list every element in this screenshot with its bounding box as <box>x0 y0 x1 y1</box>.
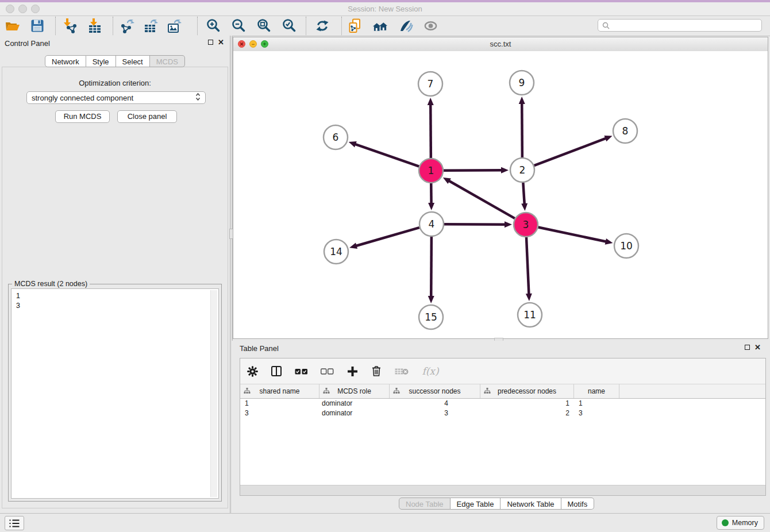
window-titlebar: Session: New Session <box>0 2 770 16</box>
mcds-result-area[interactable]: 1 3 <box>11 288 219 499</box>
export-image-button[interactable] <box>167 18 182 34</box>
zoom-fit-button[interactable] <box>256 18 271 34</box>
mcds-result-groupbox: MCDS result (2 nodes) 1 3 <box>8 284 222 502</box>
table-panel-header: Table Panel ✕ <box>232 341 770 356</box>
graph-edge-4-15[interactable] <box>431 237 432 297</box>
column-header-successor-nodes[interactable]: successor nodes <box>390 384 480 398</box>
network-window-titlebar: ✕ − + scc.txt <box>233 37 768 52</box>
run-mcds-button[interactable]: Run MCDS <box>55 110 110 123</box>
graph-edge-arrow <box>428 203 434 210</box>
column-header-predecessor-nodes[interactable]: predecessor nodes <box>480 384 574 398</box>
close-table-panel-button[interactable]: ✕ <box>754 344 761 350</box>
import-network-button[interactable] <box>62 18 78 34</box>
tab-motifs[interactable]: Motifs <box>561 498 595 510</box>
close-panel-button-mcds[interactable]: Close panel <box>117 110 177 123</box>
table-row[interactable]: 3dominator323 <box>240 408 765 418</box>
show-columns-button[interactable] <box>270 365 283 377</box>
search-field[interactable] <box>598 19 762 32</box>
table-hscrollbar[interactable] <box>240 485 765 495</box>
table-cell[interactable]: 4 <box>390 399 480 408</box>
refresh-icon <box>315 18 330 33</box>
graph-edge-2-8[interactable] <box>534 138 607 165</box>
column-header-name[interactable]: name <box>574 384 619 398</box>
graph-edge-2-9[interactable] <box>522 103 522 157</box>
task-history-button[interactable] <box>5 516 24 530</box>
network-canvas[interactable]: 7968124314101511 <box>233 51 768 338</box>
graph-edge-1-2[interactable] <box>444 170 502 171</box>
home-icon <box>372 18 388 33</box>
graph-edge-1-6[interactable] <box>355 144 419 167</box>
mcds-result-title: MCDS result (2 nodes) <box>12 280 90 288</box>
graph-node-label: 7 <box>428 78 434 90</box>
copy-network-icon <box>348 18 363 33</box>
tab-select[interactable]: Select <box>116 55 150 67</box>
graph-edge-arrow <box>505 221 512 228</box>
add-row-button[interactable] <box>346 365 359 377</box>
table-cell[interactable]: 3 <box>574 408 619 418</box>
graph-edge-4-3[interactable] <box>444 224 506 225</box>
search-input[interactable] <box>613 21 761 30</box>
graph-node-label: 1 <box>428 165 434 176</box>
zoom-selected-button[interactable] <box>281 18 297 34</box>
result-scrollbar[interactable] <box>210 290 217 497</box>
export-network-icon <box>120 18 135 33</box>
column-header-shared-name[interactable]: shared name <box>240 384 319 398</box>
close-panel-button[interactable]: ✕ <box>218 39 224 45</box>
table-cell[interactable]: 3 <box>240 408 319 418</box>
export-table-button[interactable] <box>143 18 159 34</box>
tab-edge-table[interactable]: Edge Table <box>451 498 501 510</box>
tab-node-table[interactable]: Node Table <box>399 498 451 510</box>
home-button[interactable] <box>372 18 388 34</box>
select-all-button[interactable] <box>294 365 309 377</box>
tab-network[interactable]: Network <box>45 55 86 67</box>
zoom-in-button[interactable] <box>205 18 221 34</box>
table-cell[interactable]: 3 <box>390 408 480 418</box>
export-network-button[interactable] <box>120 18 135 34</box>
application-window: Session: New Session <box>0 0 770 532</box>
table-cell[interactable]: 1 <box>240 399 319 408</box>
show-graphics-button[interactable] <box>423 18 438 34</box>
graph-edge-3-10[interactable] <box>538 228 607 242</box>
table-body: 1dominator4113dominator323 <box>240 399 765 418</box>
table-cell[interactable]: dominator <box>319 408 390 418</box>
toolbar-separator <box>55 17 56 35</box>
graph-edge-arrow <box>605 238 613 245</box>
toolbar-separator <box>341 17 342 35</box>
refresh-button[interactable] <box>314 18 330 34</box>
zoom-out-button[interactable] <box>230 18 246 34</box>
graph-edge-3-1[interactable] <box>448 180 514 218</box>
network-title: scc.txt <box>233 40 768 48</box>
tab-network-table[interactable]: Network Table <box>500 498 561 510</box>
table-cell[interactable]: dominator <box>319 399 390 408</box>
graph-edge-2-3[interactable] <box>523 183 524 205</box>
graph-edge-1-7[interactable] <box>430 104 431 158</box>
function-builder-button: f(x) <box>421 365 440 377</box>
table-cell[interactable]: 2 <box>480 408 574 418</box>
tab-mcds[interactable]: MCDS <box>150 55 185 67</box>
deselect-all-button[interactable] <box>320 365 334 377</box>
plus-icon <box>347 366 358 377</box>
copy-network-button[interactable] <box>347 18 363 34</box>
float-panel-button[interactable] <box>208 40 213 45</box>
optimization-criterion-label: Optimization criterion: <box>2 79 228 87</box>
import-table-button[interactable] <box>87 18 102 34</box>
delete-row-button[interactable] <box>370 365 383 377</box>
open-session-button[interactable] <box>5 18 20 34</box>
tab-style[interactable]: Style <box>86 55 116 67</box>
float-table-panel-button[interactable] <box>745 345 750 350</box>
control-panel-header: Control Panel ✕ <box>0 36 230 51</box>
graph-edge-4-14[interactable] <box>356 228 419 246</box>
window-title: Session: New Session <box>0 5 770 13</box>
graph-edge-3-11[interactable] <box>526 237 529 295</box>
style-button[interactable] <box>398 18 413 34</box>
export-table-icon <box>144 18 159 33</box>
memory-button[interactable]: Memory <box>717 516 764 530</box>
table-row[interactable]: 1dominator411 <box>240 399 765 408</box>
column-header-MCDS-role[interactable]: MCDS role <box>319 384 390 398</box>
save-session-button[interactable] <box>29 18 45 34</box>
table-cell[interactable]: 1 <box>480 399 574 408</box>
table-settings-button[interactable] <box>246 365 259 377</box>
memory-status-dot <box>722 519 729 526</box>
criterion-dropdown[interactable]: strongly connected component <box>26 91 206 104</box>
table-cell[interactable]: 1 <box>574 399 619 408</box>
